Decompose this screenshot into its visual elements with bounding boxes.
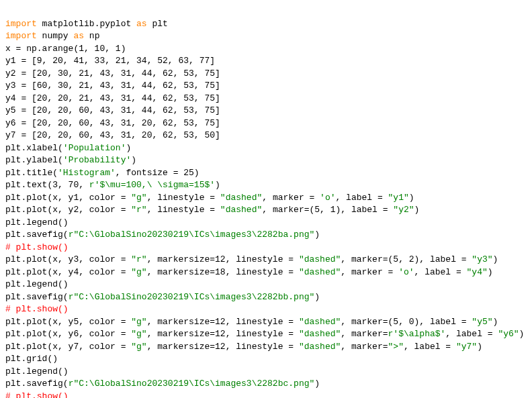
code-token: , label = [414, 267, 467, 277]
code-line: plt.ylabel('Probability') [5, 154, 527, 167]
code-token: ) [488, 267, 493, 277]
python-code-block: import matplotlib.pyplot as pltimport nu… [5, 18, 527, 399]
code-token: plt.savefig( [5, 230, 69, 240]
code-token: import [5, 19, 37, 29]
code-token: , markersize=18, linestyle = [147, 267, 299, 277]
code-token: plt.plot(x, y5, color = [5, 317, 131, 327]
code-token: numpy [37, 31, 74, 41]
code-token: "dashed" [299, 267, 341, 277]
code-token: # plt.show() [5, 242, 69, 252]
code-token: plt.legend() [5, 366, 69, 377]
code-token: 'Population' [63, 143, 126, 153]
code-line: y7 = [20, 20, 60, 43, 31, 20, 62, 53, 50… [5, 130, 527, 142]
code-line: plt.savefig(r"C:\GlobalSino20230219\ICs\… [5, 229, 527, 242]
code-token: "y5" [472, 317, 492, 327]
code-token: "r" [131, 205, 146, 215]
code-token: "g" [131, 342, 146, 352]
code-token: "dashed" [299, 317, 341, 327]
code-token: y1 = [9, 20, 41, 33, 21, 34, 52, 63, 77] [5, 56, 215, 66]
code-line: plt.plot(x, y6, color = "g", markersize=… [5, 328, 527, 341]
code-token: plt.savefig( [5, 379, 69, 389]
code-token: , marker= [341, 342, 388, 352]
code-token: "y3" [472, 254, 492, 264]
code-token: ) [493, 317, 498, 327]
code-token: "r" [131, 254, 146, 264]
code-token: as [73, 31, 84, 41]
code-token: 'Probability' [63, 155, 131, 165]
code-token: y5 = [20, 20, 60, 43, 31, 44, 62, 53, 75… [5, 105, 220, 115]
code-line: import matplotlib.pyplot as plt [5, 18, 527, 31]
code-line: plt.savefig(r"C:\GlobalSino20230219\ICs\… [5, 291, 527, 304]
code-token: , label = [445, 329, 498, 339]
code-token: as [136, 19, 147, 29]
code-token: ) [314, 230, 320, 240]
code-token: 'o' [398, 267, 414, 277]
code-token: y6 = [20, 20, 60, 43, 31, 20, 62, 53, 75… [5, 118, 220, 128]
code-line: y5 = [20, 20, 60, 43, 31, 44, 62, 53, 75… [5, 105, 527, 117]
code-line: y2 = [20, 30, 21, 43, 31, 44, 62, 53, 75… [5, 68, 527, 81]
code-token: import [5, 31, 37, 41]
code-token: "g" [131, 317, 146, 327]
code-token: 'Histogram' [58, 168, 116, 178]
code-line: plt.title('Histogram', fontsize = 25) [5, 167, 527, 180]
code-token: plt.ylabel( [5, 155, 63, 165]
code-token: , marker=(5, 1), label = [262, 205, 393, 215]
code-token: y2 = [20, 30, 21, 43, 31, 44, 62, 53, 75… [5, 68, 220, 79]
code-token: plt.savefig( [5, 292, 69, 302]
code-token: ) [131, 155, 136, 165]
code-token: plt.plot(x, y6, color = [5, 329, 131, 339]
code-token: ) [215, 180, 220, 190]
code-token: "dashed" [299, 342, 341, 352]
code-token: ) [409, 193, 414, 203]
code-token: , markersize=12, linestyle = [147, 317, 299, 327]
code-token: plt.plot(x, y3, color = [5, 254, 131, 264]
code-line: plt.xlabel('Population') [5, 142, 527, 155]
code-line: # plt.show() [5, 242, 527, 254]
code-line: x = np.arange(1, 10, 1) [5, 43, 527, 56]
code-line: plt.plot(x, y1, color = "g", linestyle =… [5, 192, 527, 205]
code-token: plt.plot(x, y7, color = [5, 342, 131, 352]
code-token: , markersize=12, linestyle = [147, 254, 299, 264]
code-line: y1 = [9, 20, 41, 33, 21, 34, 52, 63, 77] [5, 55, 527, 68]
code-token: ) [493, 254, 498, 264]
code-token: r"C:\GlobalSino20230219\ICs\images3\2282… [69, 379, 315, 389]
code-line: plt.savefig(r"C:\GlobalSino20230219\ICs\… [5, 378, 527, 391]
code-token: plt [147, 19, 168, 29]
code-token: "dashed" [220, 205, 262, 215]
code-token: y3 = [60, 30, 21, 43, 31, 44, 62, 53, 75… [5, 81, 220, 91]
code-line: y3 = [60, 30, 21, 43, 31, 44, 62, 53, 75… [5, 80, 527, 93]
code-line: plt.grid() [5, 353, 527, 366]
code-line: y6 = [20, 20, 60, 43, 31, 20, 62, 53, 75… [5, 117, 527, 130]
code-line: # plt.show() [5, 391, 527, 399]
code-token: matplotlib.pyplot [37, 19, 136, 29]
code-line: plt.plot(x, y3, color = "r", markersize=… [5, 254, 527, 266]
code-token: r'$\mu=100,\ \sigma=15$' [89, 180, 215, 190]
code-line: plt.legend() [5, 366, 527, 379]
code-token: ) [314, 379, 320, 389]
code-line: plt.plot(x, y2, color = "r", linestyle =… [5, 204, 527, 217]
code-token: "g" [131, 329, 146, 339]
code-line: # plt.show() [5, 303, 527, 316]
code-token: , markersize=12, linestyle = [147, 342, 299, 352]
code-token: "dashed" [299, 254, 341, 264]
code-token: plt.legend() [5, 217, 69, 228]
code-line: plt.legend() [5, 279, 527, 291]
code-token: plt.legend() [5, 279, 69, 289]
code-token: "y4" [467, 267, 488, 277]
code-token: plt.title( [5, 168, 58, 178]
code-line: plt.plot(x, y4, color = "g", markersize=… [5, 266, 527, 279]
code-token: ">" [388, 342, 404, 352]
code-token: 'o' [320, 193, 335, 203]
code-token: , marker=(5, 2), label = [341, 254, 472, 264]
code-token: , linestyle = [147, 205, 220, 215]
code-line: plt.plot(x, y7, color = "g", markersize=… [5, 341, 527, 354]
code-token: ) [126, 143, 131, 153]
code-token: y7 = [20, 20, 60, 43, 31, 20, 62, 53, 50… [5, 130, 220, 140]
code-token: r"C:\GlobalSino20230219\ICs\images3\2282… [69, 292, 315, 302]
code-token: ) [519, 329, 525, 339]
code-token: "g" [131, 267, 146, 277]
code-token: "y6" [498, 329, 519, 339]
code-token: x = np.arange(1, 10, 1) [5, 44, 126, 54]
code-line: plt.plot(x, y5, color = "g", markersize=… [5, 316, 527, 329]
code-token: , fontsize = 25) [116, 168, 200, 178]
